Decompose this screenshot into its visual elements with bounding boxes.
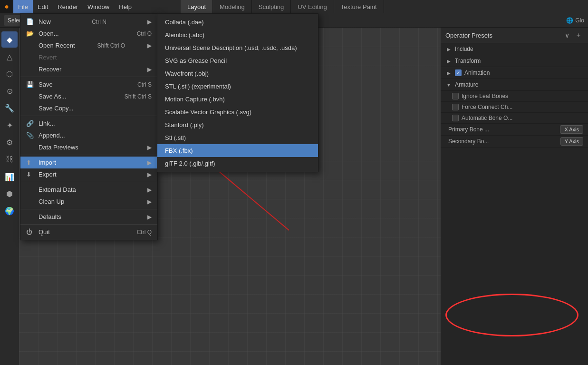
sidebar-icon-modifier[interactable]: 🔧 <box>1 100 18 116</box>
prop-auto-bone: Automatic Bone O... <box>441 113 588 124</box>
section-animation-checkbox[interactable]: ✓ <box>455 69 462 76</box>
import-usd[interactable]: Universal Scene Description (.usd, .usdc… <box>157 41 318 54</box>
file-save[interactable]: 💾 Save Ctrl S <box>20 79 157 90</box>
sidebar-icon-physics[interactable]: ⚙ <box>1 134 18 150</box>
file-open-label: Open... <box>39 30 59 37</box>
help-menu-trigger[interactable]: Help <box>114 0 136 13</box>
file-revert-label: Revert <box>39 54 57 61</box>
file-external-data[interactable]: External Data ▶ <box>20 184 157 196</box>
import-alembic[interactable]: Alembic (.abc) <box>157 29 318 41</box>
tab-uv-editing[interactable]: UV Editing <box>291 0 334 13</box>
sidebar-icon-surface[interactable]: ⊙ <box>1 83 18 99</box>
window-menu-trigger[interactable]: Window <box>83 0 114 13</box>
sidebar-icon-constraints[interactable]: ⛓ <box>1 151 18 168</box>
sidebar-icon-material[interactable]: ⬢ <box>1 186 18 202</box>
tab-layout[interactable]: Layout <box>181 0 213 13</box>
export-icon: ⬇ <box>26 171 36 178</box>
import-svg-label: Scalable Vector Graphics (.svg) <box>165 109 251 116</box>
section-animation-toggle: ▶ <box>445 69 452 76</box>
blender-logo: ● <box>0 0 13 13</box>
import-stl[interactable]: Stl (.stl) <box>157 131 318 144</box>
section-transform-toggle: ▶ <box>445 58 452 64</box>
section-armature[interactable]: ▼ Armature <box>441 79 588 91</box>
section-include[interactable]: ▶ Include <box>441 43 588 55</box>
panel-dropdown-icon[interactable]: ∨ <box>562 30 572 40</box>
section-include-toggle: ▶ <box>445 46 452 52</box>
file-open-recent[interactable]: Open Recent Shift Ctrl O ▶ <box>20 39 157 51</box>
file-data-previews[interactable]: Data Previews ▶ <box>20 141 157 153</box>
file-recover[interactable]: Recover ▶ <box>20 63 157 75</box>
sidebar-icon-particles[interactable]: ✦ <box>1 117 18 133</box>
ignore-leaf-bones-checkbox[interactable] <box>452 93 459 99</box>
section-animation[interactable]: ▶ ✓ Animation <box>441 67 588 79</box>
file-external-data-arrow: ▶ <box>147 187 152 193</box>
import-svg-grease[interactable]: SVG as Grease Pencil <box>157 54 318 67</box>
import-alembic-label: Alembic (.abc) <box>165 31 204 39</box>
view-label: Glo <box>575 17 584 24</box>
section-transform[interactable]: ▶ Transform <box>441 55 588 67</box>
file-data-previews-arrow: ▶ <box>147 144 152 151</box>
file-save-copy[interactable]: Save Copy... <box>20 102 157 114</box>
file-clean-up-label: Clean Up <box>39 198 64 205</box>
file-quit[interactable]: ⏻ Quit Ctrl Q <box>20 226 157 238</box>
tab-sculpting[interactable]: Sculpting <box>252 0 291 13</box>
import-motion-capture[interactable]: Motion Capture (.bvh) <box>157 93 318 106</box>
file-export[interactable]: ⬇ Export ▶ <box>20 168 157 180</box>
prop-ignore-leaf-bones: Ignore Leaf Bones <box>441 91 588 102</box>
auto-bone-checkbox[interactable] <box>452 115 459 121</box>
primary-bone-value[interactable]: X Axis <box>560 125 583 134</box>
file-recover-label: Recover <box>39 66 61 73</box>
file-link-label: Link... <box>39 120 55 127</box>
file-save-label: Save <box>39 81 53 88</box>
file-new[interactable]: 📄 New Ctrl N ▶ <box>20 16 157 28</box>
save-icon: 💾 <box>26 81 36 88</box>
file-save-as[interactable]: Save As... Shift Ctrl S <box>20 90 157 102</box>
import-stl-exp[interactable]: STL (.stl) (experimental) <box>157 80 318 93</box>
file-link[interactable]: 🔗 Link... <box>20 118 157 129</box>
tab-modeling[interactable]: Modeling <box>213 0 252 13</box>
import-collada[interactable]: Collada (.dae) <box>157 16 318 29</box>
file-clean-up[interactable]: Clean Up ▶ <box>20 196 157 207</box>
file-open-shortcut: Ctrl O <box>137 30 152 37</box>
file-defaults[interactable]: Defaults ▶ <box>20 211 157 223</box>
import-stanford-label: Stanford (.ply) <box>165 121 204 128</box>
ignore-leaf-bones-label: Ignore Leaf Bones <box>462 93 583 99</box>
file-new-shortcut: Ctrl N <box>92 19 106 25</box>
edit-menu-trigger[interactable]: Edit <box>33 0 53 13</box>
import-svg-grease-label: SVG as Grease Pencil <box>165 57 227 64</box>
section-transform-label: Transform <box>455 58 481 64</box>
import-stanford[interactable]: Stanford (.ply) <box>157 118 318 131</box>
import-svg[interactable]: Scalable Vector Graphics (.svg) <box>157 106 318 118</box>
import-wavefront[interactable]: Wavefront (.obj) <box>157 67 318 80</box>
globe-icon: 🌐 <box>566 17 573 24</box>
file-import[interactable]: ⬆ Import ▶ <box>20 157 157 168</box>
import-usd-label: Universal Scene Description (.usd, .usdc… <box>165 44 297 51</box>
divider-5 <box>20 209 157 209</box>
file-menu-trigger[interactable]: File <box>13 0 33 13</box>
secondary-bone-value[interactable]: Y Axis <box>560 137 583 146</box>
sidebar-icon-object[interactable]: ◆ <box>1 31 18 48</box>
prop-secondary-bone: Secondary Bo... Y Axis <box>441 136 588 148</box>
force-connect-label: Force Connect Ch... <box>462 104 583 110</box>
panel-icons: ∨ ＋ <box>562 30 583 40</box>
sidebar-icon-world[interactable]: 🌍 <box>1 203 18 219</box>
panel-add-icon[interactable]: ＋ <box>574 30 583 40</box>
file-append[interactable]: 📎 Append... <box>20 129 157 141</box>
append-icon: 📎 <box>26 132 36 139</box>
menu-bar: ● File Edit Render Window Help <box>0 0 136 13</box>
file-append-label: Append... <box>39 132 65 139</box>
file-quit-label: Quit <box>39 228 50 236</box>
sidebar-icon-curve[interactable]: ⬡ <box>1 66 18 82</box>
sidebar-icon-mesh[interactable]: △ <box>1 49 18 65</box>
file-open[interactable]: 📂 Open... Ctrl O <box>20 28 157 39</box>
file-open-recent-arrow: ▶ <box>147 42 152 49</box>
render-menu-trigger[interactable]: Render <box>53 0 83 13</box>
import-gltf[interactable]: glTF 2.0 (.glb/.gltf) <box>157 157 318 170</box>
force-connect-checkbox[interactable] <box>452 104 459 110</box>
sidebar-icon-data[interactable]: 📊 <box>1 168 18 185</box>
file-import-arrow: ▶ <box>147 159 152 166</box>
import-fbx[interactable]: FBX (.fbx) <box>157 144 318 157</box>
top-bar: ● File Edit Render Window Help Layout Mo… <box>0 0 588 13</box>
tab-texture-paint[interactable]: Texture Paint <box>334 0 384 13</box>
import-collada-label: Collada (.dae) <box>165 19 204 26</box>
